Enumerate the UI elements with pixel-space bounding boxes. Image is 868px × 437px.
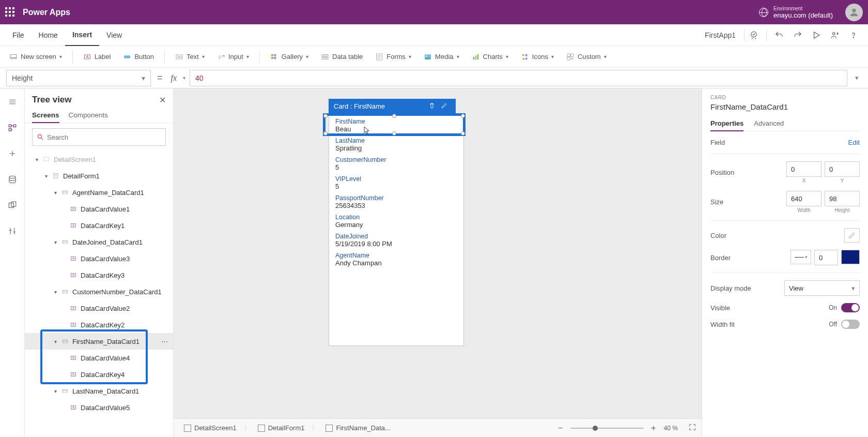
more-icon[interactable]: ⋯ bbox=[161, 338, 168, 345]
tree-node-key[interactable]: DataCardKey3 bbox=[25, 267, 173, 283]
breadcrumb-form[interactable]: DetailForm1 bbox=[253, 422, 310, 434]
color-label: Color bbox=[710, 232, 726, 239]
size-width-input[interactable]: 640 bbox=[786, 191, 822, 206]
label-button[interactable]: Label bbox=[78, 50, 116, 64]
tree-node-screen[interactable]: ▾DetailScreen1 bbox=[25, 151, 173, 168]
prop-tab-properties[interactable]: Properties bbox=[710, 116, 743, 131]
zoom-in-button[interactable]: + bbox=[648, 424, 659, 433]
tab-screens[interactable]: Screens bbox=[32, 108, 59, 123]
app-launcher-icon[interactable] bbox=[5, 7, 16, 18]
icons-button[interactable]: Icons▾ bbox=[516, 50, 559, 64]
add-icon[interactable] bbox=[4, 145, 21, 162]
redo-icon[interactable] bbox=[788, 26, 807, 44]
display-mode-dropdown[interactable]: View▾ bbox=[784, 280, 860, 296]
tree-node-value[interactable]: DataCardValue5 bbox=[25, 399, 173, 416]
hamburger-icon[interactable] bbox=[4, 94, 21, 110]
share-icon[interactable] bbox=[826, 26, 844, 44]
media-button[interactable]: Media▾ bbox=[419, 50, 464, 64]
tree-view-icon[interactable] bbox=[4, 119, 21, 136]
gallery-button[interactable]: Gallery▾ bbox=[265, 50, 314, 64]
user-avatar[interactable] bbox=[845, 4, 863, 21]
field-lastname[interactable]: LastName Spratling bbox=[329, 136, 463, 155]
undo-icon[interactable] bbox=[770, 26, 788, 44]
equals-sign: = bbox=[155, 72, 165, 83]
field-firstname[interactable]: FirstName Beau bbox=[329, 114, 463, 136]
tree-node-card[interactable]: ▾AgentName_DataCard1 bbox=[25, 184, 173, 201]
border-width-input[interactable]: 0 bbox=[814, 250, 838, 265]
main-area: Tree view ✕ Screens Components ▾DetailSc… bbox=[0, 88, 868, 437]
position-y-input[interactable]: 0 bbox=[825, 161, 860, 177]
tree-node-value[interactable]: DataCardValue4 bbox=[25, 350, 173, 366]
tree-node-value[interactable]: DataCardValue2 bbox=[25, 300, 173, 317]
tree-node-firstname-card[interactable]: ▾FirstName_DataCard1⋯ bbox=[25, 333, 173, 350]
size-height-input[interactable]: 98 bbox=[825, 191, 860, 206]
form-preview[interactable]: FirstName Beau LastName Spratling Custom… bbox=[329, 113, 464, 346]
tree-panel: Tree view ✕ Screens Components ▾DetailSc… bbox=[25, 88, 174, 437]
edit-icon[interactable] bbox=[438, 102, 451, 111]
app-checker-icon[interactable] bbox=[745, 26, 763, 44]
charts-button[interactable]: Charts▾ bbox=[467, 50, 514, 64]
tree-node-key[interactable]: DataCardKey4 bbox=[25, 366, 173, 383]
widthfit-toggle[interactable] bbox=[841, 320, 860, 329]
advanced-tools-icon[interactable] bbox=[4, 223, 21, 239]
position-x-input[interactable]: 0 bbox=[786, 161, 822, 177]
input-button[interactable]: Input▾ bbox=[212, 50, 254, 64]
prop-tab-advanced[interactable]: Advanced bbox=[754, 116, 784, 131]
border-color-swatch[interactable] bbox=[841, 250, 860, 264]
custom-button[interactable]: Custom▾ bbox=[561, 50, 612, 64]
zoom-out-button[interactable]: − bbox=[555, 424, 566, 433]
tab-components[interactable]: Components bbox=[69, 108, 109, 123]
menu-file[interactable]: File bbox=[5, 24, 32, 46]
menu-insert[interactable]: Insert bbox=[65, 25, 99, 46]
fx-icon[interactable]: fx bbox=[169, 73, 179, 83]
help-icon[interactable] bbox=[844, 26, 863, 44]
formula-expand-icon[interactable]: ▾ bbox=[851, 74, 862, 82]
environment-label: Environment bbox=[773, 6, 833, 11]
zoom-slider[interactable] bbox=[571, 428, 643, 429]
tree-search-input[interactable] bbox=[47, 133, 161, 141]
field-datejoined[interactable]: DateJoined 5/19/2019 8:00 PM bbox=[329, 232, 463, 251]
datatable-button[interactable]: Data table bbox=[316, 50, 368, 64]
play-icon[interactable] bbox=[807, 26, 826, 44]
tree-node-form[interactable]: ▾DetailForm1 bbox=[25, 168, 173, 184]
forms-button[interactable]: Forms▾ bbox=[370, 50, 416, 64]
new-screen-button[interactable]: New screen▾ bbox=[4, 50, 67, 64]
property-selector[interactable]: Height▾ bbox=[6, 70, 151, 86]
tree-node-key[interactable]: DataCardKey2 bbox=[25, 317, 173, 333]
tree-node-value[interactable]: DataCardValue1 bbox=[25, 201, 173, 217]
tree-node-card[interactable]: ▾CustomerNumber_DataCard1 bbox=[25, 283, 173, 300]
data-icon[interactable] bbox=[4, 171, 21, 188]
formula-input[interactable]: 40 bbox=[190, 70, 847, 86]
button-button[interactable]: Button bbox=[118, 50, 159, 64]
field-location[interactable]: Location Germany bbox=[329, 213, 463, 232]
breadcrumb-screen[interactable]: DetailScreen1 bbox=[179, 422, 242, 434]
menu-home[interactable]: Home bbox=[32, 24, 65, 46]
fit-screen-icon[interactable] bbox=[688, 423, 696, 433]
field-customernumber[interactable]: CustomerNumber 5 bbox=[329, 155, 463, 174]
field-passportnumber[interactable]: PassportNumber 25634353 bbox=[329, 193, 463, 213]
tree-node-key[interactable]: DataCardKey1 bbox=[25, 217, 173, 234]
app-name[interactable]: FirstApp1 bbox=[696, 29, 745, 41]
text-button[interactable]: Abc Text▾ bbox=[170, 50, 210, 64]
border-style-dropdown[interactable]: ▾ bbox=[791, 250, 811, 264]
environment-block[interactable]: Environment enayu.com (default) bbox=[759, 6, 833, 19]
tree-search[interactable] bbox=[32, 128, 166, 146]
field-viplevel[interactable]: VIPLevel 5 bbox=[329, 174, 463, 193]
menu-view[interactable]: View bbox=[99, 24, 129, 46]
color-picker[interactable] bbox=[844, 228, 860, 243]
tree-node-card[interactable]: ▾DateJoined_DataCard1 bbox=[25, 234, 173, 250]
tree-node-value[interactable]: DataCardValue3 bbox=[25, 250, 173, 267]
visible-toggle[interactable] bbox=[841, 303, 860, 312]
svg-rect-47 bbox=[63, 389, 67, 393]
table-icon bbox=[321, 53, 329, 61]
edit-field-link[interactable]: Edit bbox=[848, 139, 860, 146]
close-icon[interactable]: ✕ bbox=[159, 95, 166, 105]
button-icon bbox=[123, 53, 131, 61]
properties-panel: CARD FirstName_DataCard1 Properties Adva… bbox=[702, 88, 868, 437]
tree-node-card[interactable]: ▾LastName_DataCard1 bbox=[25, 383, 173, 399]
selection-tag: Card : FirstName bbox=[329, 99, 456, 113]
breadcrumb-card[interactable]: FirstName_Data... bbox=[320, 422, 395, 434]
delete-icon[interactable] bbox=[426, 102, 438, 111]
field-agentname[interactable]: AgentName Andy Champan bbox=[329, 251, 463, 270]
media-rail-icon[interactable] bbox=[4, 197, 21, 214]
